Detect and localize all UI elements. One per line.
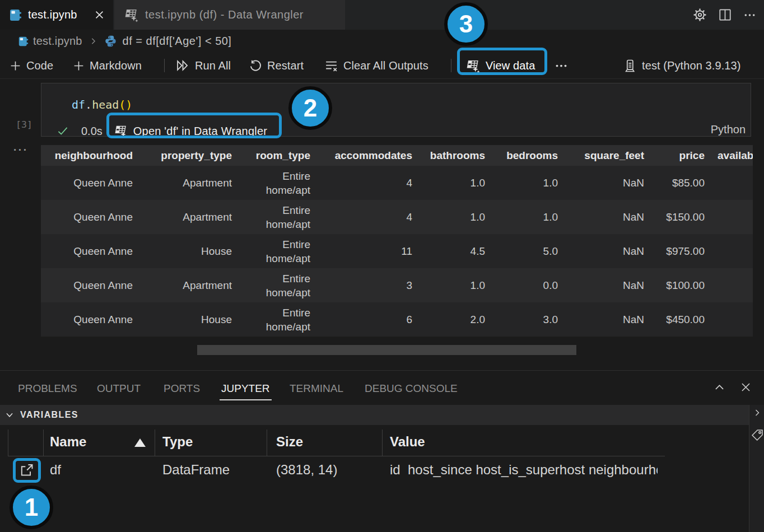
gear-icon[interactable] <box>693 8 707 22</box>
active-tab-underline <box>220 399 272 400</box>
table-row: Queen AnneApartmentEntire home/apt41.01.… <box>41 200 753 234</box>
table-column-header: room_type <box>239 148 318 162</box>
table-cell: $85.00 <box>651 176 712 190</box>
grid-separator <box>267 430 267 456</box>
grid-separator <box>8 430 8 456</box>
tab-test-ipynb[interactable]: test.ipynb <box>0 0 113 30</box>
breadcrumb-file[interactable]: test.ipynb <box>33 35 82 48</box>
restart-button[interactable]: Restart <box>249 53 304 78</box>
code-token: . <box>85 98 92 111</box>
table-cell: NaN <box>565 244 651 258</box>
chevron-down-icon <box>4 410 15 420</box>
success-check-icon <box>56 125 69 137</box>
bottom-panel: PROBLEMSOUTPUTPORTSJUPYTERTERMINALDEBUG … <box>0 370 764 532</box>
notebook-icon <box>10 8 22 22</box>
close-panel-icon[interactable] <box>740 381 752 393</box>
execution-count: [3] <box>12 119 36 130</box>
column-header-type[interactable]: Type <box>162 434 193 450</box>
close-icon[interactable] <box>94 10 105 20</box>
add-code-button[interactable]: Code <box>10 53 53 78</box>
add-markdown-button[interactable]: Markdown <box>73 53 142 78</box>
table-column-header: price <box>651 148 712 162</box>
variables-grid: Name Type Size Value df DataFrame (3818,… <box>0 425 749 532</box>
table-row: Queen AnneHouseEntire home/apt62.03.0NaN… <box>41 302 753 337</box>
panel-right-strip <box>749 405 764 532</box>
table-column-header: availability_365 <box>712 148 753 162</box>
variable-type[interactable]: DataFrame <box>162 462 230 478</box>
horizontal-scrollbar[interactable] <box>197 345 576 355</box>
toolbar-separator <box>164 59 165 72</box>
chevron-up-icon[interactable] <box>714 381 725 393</box>
table-cell: House <box>140 312 239 326</box>
table-cell: Queen Anne <box>41 176 140 190</box>
table-cell: NaN <box>565 176 651 190</box>
annotation-badge-1: 1 <box>10 486 53 529</box>
chevron-right-icon[interactable] <box>753 408 762 417</box>
variable-size[interactable]: (3818, 14) <box>276 462 337 478</box>
notebook-toolbar: Code Markdown Run All Restart Clear A <box>0 53 764 79</box>
cell-language[interactable]: Python <box>711 123 746 136</box>
toolbar-separator <box>451 59 451 72</box>
column-header-value[interactable]: Value <box>390 434 425 450</box>
table-cell: $150.00 <box>651 210 712 224</box>
panel-tab-output[interactable]: OUTPUT <box>97 382 141 395</box>
table-cell: Apartment <box>140 210 239 224</box>
kernel-label: test (Python 3.9.13) <box>642 59 741 72</box>
table-cell: 1.0 <box>420 278 492 292</box>
column-header-size[interactable]: Size <box>276 434 303 450</box>
tab-label: test.ipynb <box>28 8 77 21</box>
table-cell: House <box>140 244 239 258</box>
table-row: Queen AnneApartmentEntire home/apt31.00.… <box>41 268 753 302</box>
table-cell: 1.0 <box>420 176 492 190</box>
sort-ascending-icon[interactable] <box>134 438 146 447</box>
more-toolbar-icon[interactable] <box>555 53 568 78</box>
panel-actions <box>714 381 752 393</box>
split-editor-icon[interactable] <box>719 8 732 21</box>
clear-all-outputs-label: Clear All Outputs <box>343 59 428 72</box>
panel-tab-terminal[interactable]: TERMINAL <box>290 382 343 395</box>
table-cell: Entire home/apt <box>239 237 318 265</box>
table-column-header: neighbourhood <box>41 148 140 162</box>
tab-data-wrangler[interactable]: test.ipynb (df) - Data Wrangler <box>114 0 345 30</box>
add-code-label: Code <box>26 59 53 72</box>
breadcrumb-symbol[interactable]: df = df[df['Age'] < 50] <box>123 35 232 48</box>
chevron-right-icon <box>88 36 98 46</box>
variable-value[interactable]: id host_since host_is_superhost neighbou… <box>390 462 658 478</box>
cell-duration: 0.0s <box>81 125 103 138</box>
grid-header-underline <box>8 456 665 456</box>
column-header-name[interactable]: Name <box>50 434 86 450</box>
output-more-icon[interactable]: ··· <box>13 144 28 156</box>
table-cell: NaN <box>565 312 651 326</box>
table-cell: 2.0 <box>420 312 492 326</box>
variables-section-header[interactable]: VARIABLES <box>0 405 749 425</box>
variable-name[interactable]: df <box>50 462 61 478</box>
annotation-badge-3: 3 <box>444 2 488 46</box>
clear-all-outputs-button[interactable]: Clear All Outputs <box>324 53 428 78</box>
cell-code[interactable]: df.head() <box>72 98 132 111</box>
table-cell: Apartment <box>140 278 239 292</box>
tag-icon[interactable] <box>751 429 763 441</box>
table-column-header: bathrooms <box>420 148 492 162</box>
data-wrangler-icon <box>124 7 139 22</box>
table-cell: Queen Anne <box>41 244 140 258</box>
table-row: Queen AnneApartmentEntire home/apt41.01.… <box>41 166 753 200</box>
tab-label: test.ipynb (df) - Data Wrangler <box>145 8 304 21</box>
table-cell: Entire home/apt <box>239 203 318 231</box>
annotation-badge-2: 2 <box>288 86 332 130</box>
kernel-picker[interactable]: test (Python 3.9.13) <box>623 53 741 78</box>
annotation-box-variable-icon <box>13 458 41 483</box>
table-cell: Entire home/apt <box>239 169 318 197</box>
panel-tab-debug-console[interactable]: DEBUG CONSOLE <box>365 382 458 395</box>
table-cell: 6 <box>318 312 420 326</box>
code-token: () <box>119 98 132 111</box>
run-all-button[interactable]: Run All <box>175 53 231 78</box>
more-actions-icon[interactable] <box>743 8 756 21</box>
annotation-box-view-data <box>457 48 547 75</box>
table-cell: 4.5 <box>420 244 492 258</box>
table-cell: $450.00 <box>651 312 712 326</box>
panel-tab-jupyter[interactable]: JUPYTER <box>221 382 270 395</box>
table-cell: Entire home/apt <box>239 306 318 334</box>
panel-tab-problems[interactable]: PROBLEMS <box>18 382 77 395</box>
code-token: df <box>72 98 85 111</box>
panel-tab-ports[interactable]: PORTS <box>164 382 200 395</box>
